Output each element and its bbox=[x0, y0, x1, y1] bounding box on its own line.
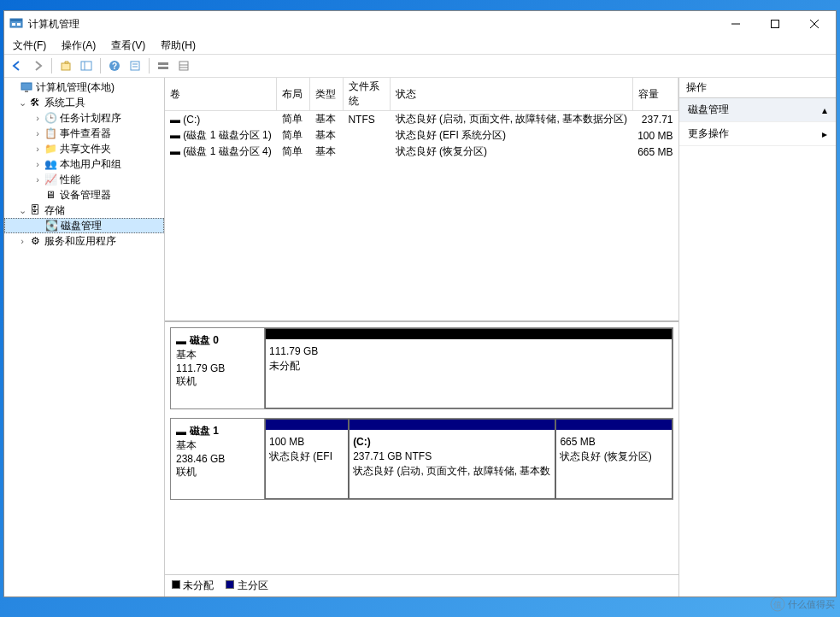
expand-icon[interactable]: › bbox=[16, 236, 28, 246]
svg-rect-2 bbox=[12, 23, 15, 26]
tree-disk-management[interactable]: 💽磁盘管理 bbox=[4, 218, 164, 233]
close-button[interactable] bbox=[795, 11, 834, 37]
svg-rect-8 bbox=[62, 63, 70, 70]
back-button[interactable] bbox=[8, 56, 26, 75]
toolbar: ? bbox=[4, 54, 836, 78]
partition-bar bbox=[266, 420, 348, 430]
partition[interactable]: 111.79 GB未分配 bbox=[265, 328, 673, 408]
svg-rect-1 bbox=[10, 19, 22, 21]
expand-icon[interactable]: › bbox=[32, 174, 44, 185]
window-controls bbox=[716, 11, 834, 37]
title-bar[interactable]: 计算机管理 bbox=[4, 11, 836, 37]
action-more[interactable]: 更多操作▸ bbox=[679, 122, 836, 146]
expand-icon[interactable]: › bbox=[32, 128, 44, 138]
svg-point-23 bbox=[771, 597, 784, 611]
volume-table: 卷 布局 类型 文件系统 状态 容量 ▬ (C:)简单基本NTFS状态良好 (启… bbox=[165, 78, 678, 160]
tree-task-scheduler[interactable]: ›🕒任务计划程序 bbox=[4, 110, 164, 126]
disk-block[interactable]: ▬ 磁盘 1基本238.46 GB联机100 MB状态良好 (EFI(C:)23… bbox=[170, 418, 673, 500]
expand-icon[interactable]: › bbox=[32, 159, 44, 169]
partition-bar bbox=[266, 329, 672, 339]
device-icon: 🖥 bbox=[44, 188, 57, 202]
partition-text: 111.79 GB未分配 bbox=[266, 339, 672, 379]
tree-services-apps[interactable]: ›⚙服务和应用程序 bbox=[4, 233, 164, 249]
disk-graphical-view[interactable]: ▬ 磁盘 0基本111.79 GB联机111.79 GB未分配▬ 磁盘 1基本2… bbox=[165, 322, 678, 574]
svg-text:?: ? bbox=[112, 62, 117, 71]
partition-text: 100 MB状态良好 (EFI bbox=[266, 430, 348, 469]
tree-system-tools[interactable]: ⌄🛠系统工具 bbox=[4, 95, 164, 110]
show-hide-tree-button[interactable] bbox=[77, 56, 96, 75]
col-capacity[interactable]: 容量 bbox=[632, 78, 678, 111]
legend-unallocated: 未分配 bbox=[172, 579, 214, 593]
partition[interactable]: 100 MB状态良好 (EFI bbox=[265, 419, 349, 499]
disk-icon: ▬ bbox=[176, 426, 186, 438]
storage-icon: 🗄 bbox=[28, 203, 42, 217]
col-status[interactable]: 状态 bbox=[391, 78, 632, 111]
minimize-button[interactable] bbox=[716, 11, 755, 37]
partition-text: (C:)237.71 GB NTFS状态良好 (启动, 页面文件, 故障转储, … bbox=[350, 430, 555, 483]
disk-partitions: 111.79 GB未分配 bbox=[265, 328, 673, 408]
table-row[interactable]: ▬ (磁盘 1 磁盘分区 1)简单基本状态良好 (EFI 系统分区)100 MB bbox=[165, 127, 678, 144]
disk-label[interactable]: ▬ 磁盘 0基本111.79 GB联机 bbox=[171, 328, 265, 408]
legend-swatch-black bbox=[172, 580, 180, 589]
col-fs[interactable]: 文件系统 bbox=[343, 78, 390, 111]
table-row[interactable]: ▬ (磁盘 1 磁盘分区 4)简单基本状态良好 (恢复分区)665 MB bbox=[165, 144, 678, 160]
navigation-tree[interactable]: 计算机管理(本地) ⌄🛠系统工具 ›🕒任务计划程序 ›📋事件查看器 ›📁共享文件… bbox=[4, 78, 165, 596]
partition[interactable]: 665 MB状态良好 (恢复分区) bbox=[555, 419, 673, 499]
performance-icon: 📈 bbox=[44, 173, 57, 186]
menu-file[interactable]: 文件(F) bbox=[9, 37, 50, 55]
expand-icon[interactable]: ⌄ bbox=[16, 97, 28, 109]
expand-icon[interactable]: › bbox=[32, 144, 44, 154]
tree-event-viewer[interactable]: ›📋事件查看器 bbox=[4, 126, 164, 141]
help-button[interactable]: ? bbox=[105, 56, 124, 75]
col-type[interactable]: 类型 bbox=[310, 78, 344, 111]
svg-rect-21 bbox=[21, 83, 32, 90]
actions-header: 操作 bbox=[679, 78, 836, 98]
main-window: 计算机管理 文件(F) 操作(A) 查看(V) 帮助(H) ? 计算机管理(本地… bbox=[3, 10, 837, 597]
forward-button[interactable] bbox=[28, 56, 47, 75]
services-icon: ⚙ bbox=[28, 234, 42, 248]
tree-root[interactable]: 计算机管理(本地) bbox=[4, 79, 164, 95]
volume-icon: ▬ bbox=[170, 145, 180, 157]
volume-list[interactable]: 卷 布局 类型 文件系统 状态 容量 ▬ (C:)简单基本NTFS状态良好 (启… bbox=[165, 78, 678, 322]
content-area: 计算机管理(本地) ⌄🛠系统工具 ›🕒任务计划程序 ›📋事件查看器 ›📁共享文件… bbox=[4, 78, 836, 596]
svg-rect-22 bbox=[25, 91, 28, 92]
legend: 未分配 主分区 bbox=[165, 574, 678, 596]
tree-shared-folders[interactable]: ›📁共享文件夹 bbox=[4, 141, 164, 156]
svg-rect-9 bbox=[81, 62, 91, 70]
col-volume[interactable]: 卷 bbox=[165, 78, 277, 111]
collapse-icon: ▴ bbox=[822, 104, 827, 116]
partition-bar bbox=[350, 420, 555, 430]
expand-icon[interactable]: ⌄ bbox=[16, 205, 28, 216]
list-view-button[interactable] bbox=[174, 56, 193, 75]
up-button[interactable] bbox=[56, 56, 75, 75]
watermark: 值 什么值得买 bbox=[770, 596, 835, 612]
window-title: 计算机管理 bbox=[28, 17, 716, 32]
disk-view-button[interactable] bbox=[154, 56, 173, 75]
disk-icon: ▬ bbox=[176, 335, 186, 347]
svg-text:值: 值 bbox=[773, 600, 782, 609]
disk-label[interactable]: ▬ 磁盘 1基本238.46 GB联机 bbox=[171, 419, 265, 499]
tree-performance[interactable]: ›📈性能 bbox=[4, 172, 164, 187]
maximize-button[interactable] bbox=[755, 11, 795, 37]
expand-icon[interactable]: › bbox=[32, 113, 44, 123]
computer-icon bbox=[20, 80, 33, 94]
folder-icon: 📁 bbox=[44, 142, 57, 156]
action-disk-management[interactable]: 磁盘管理▴ bbox=[679, 98, 836, 122]
tree-storage[interactable]: ⌄🗄存储 bbox=[4, 203, 164, 218]
properties-button[interactable] bbox=[126, 56, 144, 75]
volume-icon: ▬ bbox=[170, 114, 180, 126]
menu-action[interactable]: 操作(A) bbox=[58, 37, 99, 55]
users-icon: 👥 bbox=[44, 157, 57, 171]
tree-local-users[interactable]: ›👥本地用户和组 bbox=[4, 156, 164, 172]
svg-rect-17 bbox=[158, 67, 168, 69]
table-row[interactable]: ▬ (C:)简单基本NTFS状态良好 (启动, 页面文件, 故障转储, 基本数据… bbox=[165, 111, 678, 128]
legend-swatch-navy bbox=[226, 580, 234, 589]
clock-icon: 🕒 bbox=[44, 111, 57, 125]
partition[interactable]: (C:)237.71 GB NTFS状态良好 (启动, 页面文件, 故障转储, … bbox=[349, 419, 555, 499]
col-layout[interactable]: 布局 bbox=[277, 78, 310, 111]
tree-device-manager[interactable]: 🖥设备管理器 bbox=[4, 187, 164, 203]
disk-block[interactable]: ▬ 磁盘 0基本111.79 GB联机111.79 GB未分配 bbox=[170, 327, 673, 409]
tools-icon: 🛠 bbox=[28, 96, 42, 109]
menu-help[interactable]: 帮助(H) bbox=[157, 37, 199, 55]
menu-view[interactable]: 查看(V) bbox=[108, 37, 149, 55]
